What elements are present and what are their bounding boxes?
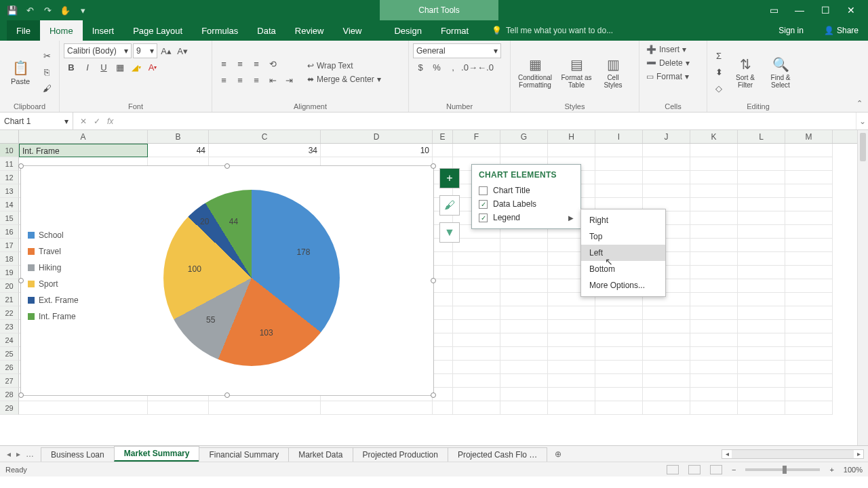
borders-button[interactable]: ▦ bbox=[113, 60, 127, 75]
align-middle-icon[interactable]: ≡ bbox=[233, 57, 248, 72]
resize-handle[interactable] bbox=[18, 163, 24, 169]
tab-design[interactable]: Design bbox=[384, 20, 431, 41]
cell[interactable] bbox=[785, 361, 833, 374]
cell[interactable] bbox=[148, 401, 209, 415]
cell[interactable] bbox=[500, 144, 548, 157]
resize-handle[interactable] bbox=[18, 392, 24, 398]
checkbox[interactable] bbox=[479, 186, 488, 195]
align-top-icon[interactable]: ≡ bbox=[216, 57, 231, 72]
share-button[interactable]: 👤 Share bbox=[814, 20, 868, 41]
cell[interactable] bbox=[433, 266, 453, 279]
cell[interactable] bbox=[690, 211, 738, 225]
scrollbar-thumb[interactable] bbox=[860, 133, 866, 161]
cell[interactable] bbox=[595, 144, 643, 157]
cell[interactable] bbox=[643, 347, 690, 361]
cell[interactable] bbox=[690, 239, 738, 252]
minimize-icon[interactable]: — bbox=[793, 4, 806, 16]
increase-decimal-icon[interactable]: .0→ bbox=[462, 60, 477, 75]
submenu-item[interactable]: Left bbox=[581, 245, 665, 261]
cell[interactable] bbox=[738, 266, 785, 279]
pie-chart[interactable]: 178103551002044 bbox=[157, 183, 347, 373]
sort-filter-button[interactable]: ⇅Sort & Filter bbox=[729, 56, 762, 89]
name-box[interactable]: Chart 1▾ bbox=[0, 113, 73, 129]
row-header[interactable]: 11 bbox=[0, 157, 19, 171]
cell[interactable] bbox=[453, 266, 500, 279]
sheet-tab[interactable]: Market Summary bbox=[114, 446, 200, 462]
enter-formula-icon[interactable]: ✓ bbox=[94, 117, 100, 126]
cell[interactable] bbox=[500, 306, 548, 320]
cell[interactable] bbox=[453, 347, 500, 361]
checkbox[interactable]: ✓ bbox=[479, 200, 488, 209]
sheet-tab[interactable]: Projected Cash Flo … bbox=[448, 447, 547, 462]
cell[interactable] bbox=[500, 388, 548, 401]
cell[interactable] bbox=[548, 361, 595, 374]
currency-icon[interactable]: $ bbox=[413, 60, 428, 75]
resize-handle[interactable] bbox=[224, 163, 230, 169]
increase-font-icon[interactable]: A▴ bbox=[159, 43, 174, 58]
cell[interactable] bbox=[433, 401, 453, 415]
redo-icon[interactable]: ↷ bbox=[42, 5, 53, 16]
cell[interactable] bbox=[595, 347, 643, 361]
tab-review[interactable]: Review bbox=[285, 20, 334, 41]
cell[interactable] bbox=[785, 306, 833, 320]
cell[interactable] bbox=[595, 171, 643, 184]
close-icon[interactable]: ✕ bbox=[845, 4, 857, 16]
resize-handle[interactable] bbox=[431, 163, 436, 169]
increase-indent-icon[interactable]: ⇥ bbox=[281, 73, 296, 88]
cell[interactable] bbox=[785, 239, 833, 252]
tab-format[interactable]: Format bbox=[431, 20, 478, 41]
cell[interactable] bbox=[690, 361, 738, 374]
resize-handle[interactable] bbox=[18, 278, 24, 283]
cell[interactable] bbox=[785, 333, 833, 347]
ribbon-display-icon[interactable]: ▭ bbox=[768, 4, 780, 16]
cell[interactable] bbox=[500, 333, 548, 347]
cell[interactable] bbox=[643, 374, 690, 388]
col-header[interactable]: C bbox=[209, 130, 321, 143]
cell[interactable] bbox=[643, 333, 690, 347]
cell[interactable] bbox=[321, 401, 433, 415]
cell[interactable] bbox=[785, 320, 833, 333]
cell[interactable] bbox=[738, 388, 785, 401]
cell[interactable] bbox=[785, 198, 833, 211]
conditional-formatting-button[interactable]: ▦Conditional Formatting bbox=[515, 56, 555, 89]
cell[interactable] bbox=[500, 252, 548, 266]
row-header[interactable]: 14 bbox=[0, 198, 19, 211]
col-header[interactable]: F bbox=[453, 130, 500, 143]
cell[interactable] bbox=[548, 401, 595, 415]
cells-insert-button[interactable]: ➕Insert▾ bbox=[644, 43, 689, 56]
cell[interactable] bbox=[500, 239, 548, 252]
cell[interactable] bbox=[785, 211, 833, 225]
cell[interactable] bbox=[500, 347, 548, 361]
row-header[interactable]: 26 bbox=[0, 361, 19, 374]
cell[interactable] bbox=[738, 401, 785, 415]
fill-color-button[interactable]: ◢▾ bbox=[129, 60, 144, 75]
normal-view-icon[interactable] bbox=[667, 465, 679, 474]
cell[interactable] bbox=[453, 252, 500, 266]
row-header[interactable]: 25 bbox=[0, 347, 19, 361]
cell[interactable] bbox=[433, 374, 453, 388]
cell[interactable] bbox=[738, 347, 785, 361]
cell[interactable] bbox=[433, 293, 453, 306]
sheet-tab[interactable]: Projected Production bbox=[353, 447, 448, 462]
cell[interactable] bbox=[643, 320, 690, 333]
zoom-in-icon[interactable]: + bbox=[829, 466, 833, 474]
cell[interactable] bbox=[785, 347, 833, 361]
copy-icon[interactable]: ⎘ bbox=[39, 65, 54, 80]
chart-styles-button[interactable]: 🖌 bbox=[439, 195, 460, 216]
cell[interactable] bbox=[643, 157, 690, 171]
row-header[interactable]: 15 bbox=[0, 211, 19, 225]
row-header[interactable]: 21 bbox=[0, 293, 19, 306]
col-header[interactable]: A bbox=[19, 130, 148, 143]
cell[interactable] bbox=[690, 157, 738, 171]
cell[interactable] bbox=[738, 184, 785, 198]
col-header[interactable]: E bbox=[433, 130, 453, 143]
cell[interactable] bbox=[785, 388, 833, 401]
cell[interactable] bbox=[433, 347, 453, 361]
cell[interactable] bbox=[738, 320, 785, 333]
chart-elements-item[interactable]: ✓Data Labels bbox=[479, 197, 574, 211]
cell[interactable] bbox=[595, 374, 643, 388]
format-painter-icon[interactable]: 🖌 bbox=[39, 81, 54, 96]
chart-filters-button[interactable]: ▼ bbox=[439, 222, 460, 243]
sheet-nav-prev-icon[interactable]: ◂ bbox=[7, 449, 11, 459]
font-color-button[interactable]: A▾ bbox=[145, 60, 160, 75]
